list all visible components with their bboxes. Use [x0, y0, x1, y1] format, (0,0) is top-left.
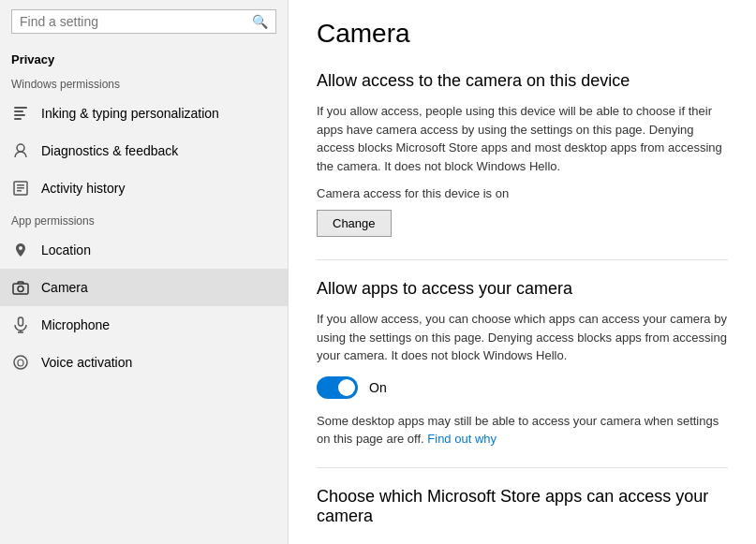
- device-section-desc: If you allow access, people using this d…: [317, 102, 728, 175]
- camera-toggle[interactable]: [317, 376, 358, 399]
- search-box[interactable]: 🔍: [11, 9, 276, 34]
- app-permissions-label: App permissions: [0, 207, 288, 231]
- toggle-thumb: [338, 379, 355, 396]
- sidebar-item-voice[interactable]: Voice activation: [0, 344, 288, 381]
- section-divider-2: [317, 467, 728, 468]
- voice-icon: [11, 353, 30, 372]
- svg-rect-1: [14, 110, 23, 112]
- svg-point-10: [18, 287, 23, 292]
- search-icon: 🔍: [252, 14, 268, 29]
- change-button[interactable]: Change: [317, 210, 392, 237]
- note-text: Some desktop apps may still be able to a…: [317, 412, 728, 448]
- sidebar-item-label-diagnostics: Diagnostics & feedback: [41, 143, 178, 158]
- svg-rect-9: [13, 284, 28, 294]
- page-title: Camera: [317, 19, 728, 49]
- sidebar-item-camera[interactable]: Camera: [0, 269, 288, 306]
- svg-rect-8: [17, 190, 22, 192]
- device-section-title: Allow access to the camera on this devic…: [317, 71, 728, 91]
- svg-point-4: [17, 144, 24, 152]
- apps-section-title: Allow apps to access your camera: [317, 279, 728, 299]
- sidebar-item-location[interactable]: Location: [0, 231, 288, 269]
- svg-rect-11: [19, 317, 23, 326]
- svg-rect-7: [17, 187, 24, 189]
- diagnostics-icon: [11, 141, 30, 160]
- sidebar-item-label-microphone: Microphone: [41, 317, 110, 332]
- sidebar-item-label-camera: Camera: [41, 280, 88, 295]
- svg-point-14: [14, 356, 27, 369]
- sidebar-item-label-voice: Voice activation: [41, 355, 132, 370]
- camera-icon: [11, 278, 30, 297]
- search-input[interactable]: [20, 14, 252, 29]
- privacy-section-label: Privacy: [0, 41, 288, 70]
- microphone-icon: [11, 316, 30, 334]
- svg-rect-0: [14, 107, 27, 109]
- toggle-label: On: [369, 380, 387, 395]
- find-out-why-link[interactable]: Find out why: [427, 432, 497, 446]
- apps-section-desc: If you allow access, you can choose whic…: [317, 310, 728, 365]
- sidebar-item-activity[interactable]: Activity history: [0, 169, 288, 207]
- inking-icon: [11, 104, 30, 123]
- sidebar-item-diagnostics[interactable]: Diagnostics & feedback: [0, 132, 288, 169]
- toggle-row: On: [317, 376, 728, 399]
- toggle-track: [317, 376, 358, 399]
- svg-rect-2: [14, 114, 25, 116]
- activity-icon: [11, 179, 30, 198]
- windows-permissions-label: Windows permissions: [0, 70, 288, 95]
- choose-section-title: Choose which Microsoft Store apps can ac…: [317, 487, 728, 526]
- svg-rect-6: [17, 184, 24, 186]
- svg-rect-3: [14, 118, 22, 120]
- device-status-text: Camera access for this device is on: [317, 186, 728, 200]
- sidebar-item-label-location: Location: [41, 243, 91, 257]
- location-icon: [11, 241, 30, 259]
- sidebar: 🔍 Privacy Windows permissions Inking & t…: [0, 0, 289, 544]
- sidebar-item-label-activity: Activity history: [41, 181, 125, 196]
- sidebar-item-inking[interactable]: Inking & typing personalization: [0, 95, 288, 132]
- main-content: Camera Allow access to the camera on thi…: [289, 0, 756, 544]
- note-text-before: Some desktop apps may still be able to a…: [317, 414, 719, 447]
- sidebar-item-label-inking: Inking & typing personalization: [41, 106, 219, 121]
- sidebar-item-microphone[interactable]: Microphone: [0, 306, 288, 344]
- section-divider: [317, 259, 728, 260]
